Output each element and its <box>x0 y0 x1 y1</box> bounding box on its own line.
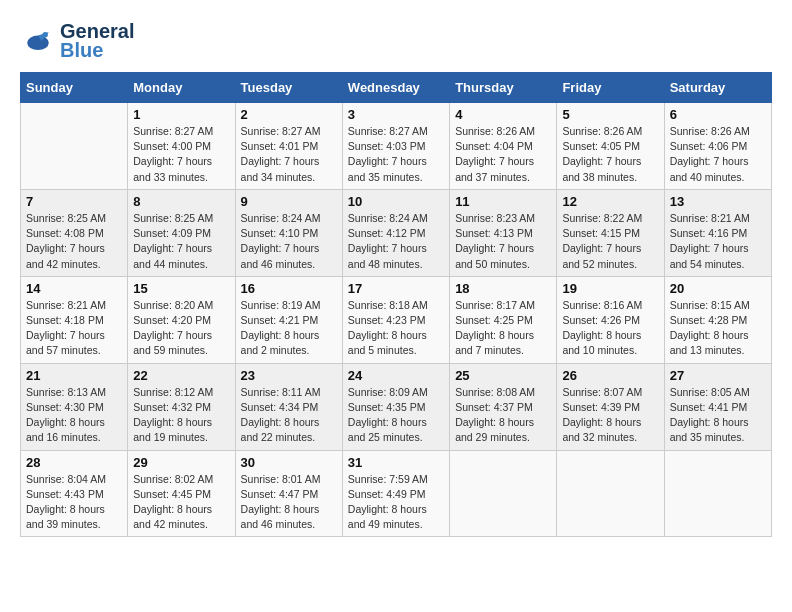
day-info: Sunrise: 8:07 AM Sunset: 4:39 PM Dayligh… <box>562 385 658 446</box>
day-info: Sunrise: 8:04 AM Sunset: 4:43 PM Dayligh… <box>26 472 122 533</box>
day-info: Sunrise: 8:24 AM Sunset: 4:12 PM Dayligh… <box>348 211 444 272</box>
calendar-cell: 21Sunrise: 8:13 AM Sunset: 4:30 PM Dayli… <box>21 363 128 450</box>
calendar-cell: 6Sunrise: 8:26 AM Sunset: 4:06 PM Daylig… <box>664 103 771 190</box>
day-number: 1 <box>133 107 229 122</box>
day-number: 27 <box>670 368 766 383</box>
calendar-cell: 11Sunrise: 8:23 AM Sunset: 4:13 PM Dayli… <box>450 189 557 276</box>
calendar-cell: 27Sunrise: 8:05 AM Sunset: 4:41 PM Dayli… <box>664 363 771 450</box>
calendar-cell <box>664 450 771 537</box>
day-number: 3 <box>348 107 444 122</box>
week-row: 21Sunrise: 8:13 AM Sunset: 4:30 PM Dayli… <box>21 363 772 450</box>
day-number: 5 <box>562 107 658 122</box>
calendar-cell: 1Sunrise: 8:27 AM Sunset: 4:00 PM Daylig… <box>128 103 235 190</box>
day-number: 29 <box>133 455 229 470</box>
day-number: 6 <box>670 107 766 122</box>
weekday-header-tuesday: Tuesday <box>235 73 342 103</box>
calendar-cell: 22Sunrise: 8:12 AM Sunset: 4:32 PM Dayli… <box>128 363 235 450</box>
day-number: 14 <box>26 281 122 296</box>
calendar-table: SundayMondayTuesdayWednesdayThursdayFrid… <box>20 72 772 537</box>
calendar-cell: 28Sunrise: 8:04 AM Sunset: 4:43 PM Dayli… <box>21 450 128 537</box>
calendar-cell <box>450 450 557 537</box>
day-number: 25 <box>455 368 551 383</box>
day-number: 9 <box>241 194 337 209</box>
day-info: Sunrise: 8:18 AM Sunset: 4:23 PM Dayligh… <box>348 298 444 359</box>
week-row: 28Sunrise: 8:04 AM Sunset: 4:43 PM Dayli… <box>21 450 772 537</box>
day-number: 22 <box>133 368 229 383</box>
calendar-cell: 5Sunrise: 8:26 AM Sunset: 4:05 PM Daylig… <box>557 103 664 190</box>
weekday-header-monday: Monday <box>128 73 235 103</box>
calendar-cell: 9Sunrise: 8:24 AM Sunset: 4:10 PM Daylig… <box>235 189 342 276</box>
day-number: 20 <box>670 281 766 296</box>
day-number: 15 <box>133 281 229 296</box>
calendar-cell: 30Sunrise: 8:01 AM Sunset: 4:47 PM Dayli… <box>235 450 342 537</box>
calendar-cell: 14Sunrise: 8:21 AM Sunset: 4:18 PM Dayli… <box>21 276 128 363</box>
week-row: 14Sunrise: 8:21 AM Sunset: 4:18 PM Dayli… <box>21 276 772 363</box>
weekday-header-sunday: Sunday <box>21 73 128 103</box>
day-info: Sunrise: 8:01 AM Sunset: 4:47 PM Dayligh… <box>241 472 337 533</box>
day-info: Sunrise: 8:17 AM Sunset: 4:25 PM Dayligh… <box>455 298 551 359</box>
day-info: Sunrise: 8:23 AM Sunset: 4:13 PM Dayligh… <box>455 211 551 272</box>
calendar-cell: 23Sunrise: 8:11 AM Sunset: 4:34 PM Dayli… <box>235 363 342 450</box>
day-info: Sunrise: 8:20 AM Sunset: 4:20 PM Dayligh… <box>133 298 229 359</box>
day-number: 12 <box>562 194 658 209</box>
day-info: Sunrise: 8:21 AM Sunset: 4:18 PM Dayligh… <box>26 298 122 359</box>
calendar-cell: 16Sunrise: 8:19 AM Sunset: 4:21 PM Dayli… <box>235 276 342 363</box>
day-number: 26 <box>562 368 658 383</box>
day-number: 30 <box>241 455 337 470</box>
week-row: 7Sunrise: 8:25 AM Sunset: 4:08 PM Daylig… <box>21 189 772 276</box>
day-info: Sunrise: 8:25 AM Sunset: 4:08 PM Dayligh… <box>26 211 122 272</box>
weekday-header-thursday: Thursday <box>450 73 557 103</box>
day-info: Sunrise: 8:25 AM Sunset: 4:09 PM Dayligh… <box>133 211 229 272</box>
day-number: 18 <box>455 281 551 296</box>
calendar-body: 1Sunrise: 8:27 AM Sunset: 4:00 PM Daylig… <box>21 103 772 537</box>
day-number: 19 <box>562 281 658 296</box>
calendar-cell: 20Sunrise: 8:15 AM Sunset: 4:28 PM Dayli… <box>664 276 771 363</box>
day-info: Sunrise: 8:22 AM Sunset: 4:15 PM Dayligh… <box>562 211 658 272</box>
day-number: 28 <box>26 455 122 470</box>
logo: General Blue <box>20 20 134 62</box>
day-info: Sunrise: 8:19 AM Sunset: 4:21 PM Dayligh… <box>241 298 337 359</box>
calendar-cell: 15Sunrise: 8:20 AM Sunset: 4:20 PM Dayli… <box>128 276 235 363</box>
calendar-cell <box>21 103 128 190</box>
day-number: 24 <box>348 368 444 383</box>
day-number: 31 <box>348 455 444 470</box>
weekday-header-friday: Friday <box>557 73 664 103</box>
calendar-cell: 3Sunrise: 8:27 AM Sunset: 4:03 PM Daylig… <box>342 103 449 190</box>
calendar-cell: 31Sunrise: 7:59 AM Sunset: 4:49 PM Dayli… <box>342 450 449 537</box>
day-info: Sunrise: 8:26 AM Sunset: 4:05 PM Dayligh… <box>562 124 658 185</box>
calendar-cell: 7Sunrise: 8:25 AM Sunset: 4:08 PM Daylig… <box>21 189 128 276</box>
day-number: 17 <box>348 281 444 296</box>
weekday-header-saturday: Saturday <box>664 73 771 103</box>
day-info: Sunrise: 8:21 AM Sunset: 4:16 PM Dayligh… <box>670 211 766 272</box>
calendar-cell: 10Sunrise: 8:24 AM Sunset: 4:12 PM Dayli… <box>342 189 449 276</box>
day-number: 21 <box>26 368 122 383</box>
day-info: Sunrise: 8:05 AM Sunset: 4:41 PM Dayligh… <box>670 385 766 446</box>
day-info: Sunrise: 8:08 AM Sunset: 4:37 PM Dayligh… <box>455 385 551 446</box>
day-info: Sunrise: 8:27 AM Sunset: 4:00 PM Dayligh… <box>133 124 229 185</box>
day-info: Sunrise: 8:09 AM Sunset: 4:35 PM Dayligh… <box>348 385 444 446</box>
day-info: Sunrise: 8:02 AM Sunset: 4:45 PM Dayligh… <box>133 472 229 533</box>
day-number: 13 <box>670 194 766 209</box>
calendar-cell: 17Sunrise: 8:18 AM Sunset: 4:23 PM Dayli… <box>342 276 449 363</box>
day-info: Sunrise: 8:24 AM Sunset: 4:10 PM Dayligh… <box>241 211 337 272</box>
day-info: Sunrise: 7:59 AM Sunset: 4:49 PM Dayligh… <box>348 472 444 533</box>
day-number: 4 <box>455 107 551 122</box>
day-number: 23 <box>241 368 337 383</box>
calendar-cell: 4Sunrise: 8:26 AM Sunset: 4:04 PM Daylig… <box>450 103 557 190</box>
day-info: Sunrise: 8:27 AM Sunset: 4:01 PM Dayligh… <box>241 124 337 185</box>
calendar-cell: 2Sunrise: 8:27 AM Sunset: 4:01 PM Daylig… <box>235 103 342 190</box>
day-info: Sunrise: 8:15 AM Sunset: 4:28 PM Dayligh… <box>670 298 766 359</box>
calendar-cell: 24Sunrise: 8:09 AM Sunset: 4:35 PM Dayli… <box>342 363 449 450</box>
calendar-cell: 8Sunrise: 8:25 AM Sunset: 4:09 PM Daylig… <box>128 189 235 276</box>
day-number: 8 <box>133 194 229 209</box>
day-info: Sunrise: 8:12 AM Sunset: 4:32 PM Dayligh… <box>133 385 229 446</box>
day-number: 7 <box>26 194 122 209</box>
calendar-cell: 26Sunrise: 8:07 AM Sunset: 4:39 PM Dayli… <box>557 363 664 450</box>
svg-point-0 <box>27 36 49 50</box>
svg-point-2 <box>43 32 48 37</box>
day-info: Sunrise: 8:16 AM Sunset: 4:26 PM Dayligh… <box>562 298 658 359</box>
calendar-cell <box>557 450 664 537</box>
weekday-header-row: SundayMondayTuesdayWednesdayThursdayFrid… <box>21 73 772 103</box>
day-info: Sunrise: 8:26 AM Sunset: 4:06 PM Dayligh… <box>670 124 766 185</box>
header: General Blue <box>20 20 772 62</box>
